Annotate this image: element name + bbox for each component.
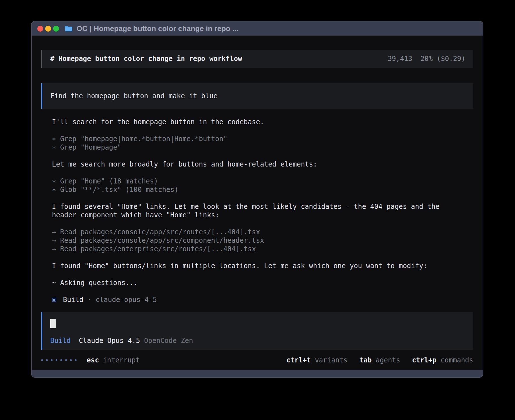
input-model: Claude Opus 4.5 (79, 337, 140, 345)
transcript-text: Grep "Homepage" (60, 143, 121, 151)
shortcut-key: esc (87, 356, 103, 364)
transcript-text: Read packages/enterprise/src/routes/[...… (60, 245, 256, 253)
spinner-dots-icon (41, 359, 77, 361)
transcript-text: Let me search more broadly for buttons a… (52, 160, 317, 168)
shortcut-key: ctrl+t (286, 356, 315, 364)
spinner-dot (41, 359, 43, 361)
spinner-dot (56, 359, 57, 361)
shortcut-label: interrupt (103, 356, 140, 364)
user-message-text: Find the homepage button and make it blu… (50, 92, 217, 100)
minimize-button[interactable] (45, 26, 51, 32)
arrow-icon: → (52, 237, 60, 244)
asterisk-icon: ∗ (52, 143, 60, 151)
asterisk-icon: ∗ (52, 177, 60, 185)
spinner-dot (60, 359, 62, 361)
spinner-dot (75, 359, 77, 361)
arrow-icon: → (52, 228, 60, 236)
status-bar: esc interrupt ctrl+t variantstab agentsc… (41, 356, 473, 364)
hints-left: esc interrupt (87, 356, 140, 364)
transcript-gap (52, 126, 473, 135)
terminal-window: OC | Homepage button color change in rep… (31, 21, 483, 378)
transcript-line: I found several "Home" links. Let me loo… (52, 202, 473, 211)
agent-name: Build (63, 296, 83, 304)
transcript-text: Read packages/console/app/src/routes/[..… (60, 228, 260, 236)
agent-status-line: Build · claude-opus-4-5 (52, 296, 473, 304)
shortcut-label: variants (315, 356, 348, 364)
agent-separator: · (83, 296, 95, 304)
token-count: 39,413 (388, 55, 412, 63)
transcript-line: I found "Home" buttons/links in multiple… (52, 262, 473, 270)
agent-model: claude-opus-4-5 (96, 296, 157, 304)
transcript-line: → Read packages/enterprise/src/routes/[.… (52, 245, 473, 253)
session-stats: 39,413 20% ($0.29) (388, 55, 465, 63)
transcript-text: ~ Asking questions... (52, 279, 138, 287)
traffic-lights (37, 26, 59, 32)
transcript-line: ∗ Grep "homepage|home.*button|Home.*butt… (52, 135, 473, 143)
transcript-gap (52, 194, 473, 202)
transcript-line: → Read packages/console/app/src/routes/[… (52, 228, 473, 236)
transcript-line: → Read packages/console/app/src/componen… (52, 236, 473, 245)
transcript-line: ~ Asking questions... (52, 279, 473, 287)
terminal-content: # Homepage button color change in repo w… (32, 36, 483, 370)
user-message: Find the homepage button and make it blu… (41, 83, 473, 109)
input-footer: Build Claude Opus 4.5 OpenCode Zen (50, 337, 465, 345)
session-cost: ($0.29) (437, 55, 465, 63)
session-header: # Homepage button color change in repo w… (41, 50, 473, 68)
transcript-text: header component which have "Home" links… (52, 211, 219, 219)
transcript-line: I'll search for the homepage button in t… (52, 118, 473, 126)
shortcut-hint: ctrl+t variants (286, 356, 348, 364)
transcript-text: Glob "**/*.tsx" (100 matches) (60, 186, 178, 194)
input-mode: Build (50, 337, 71, 345)
window-title: OC | Homepage button color change in rep… (77, 24, 239, 33)
assistant-transcript: I'll search for the homepage button in t… (52, 118, 473, 287)
transcript-text: Grep "homepage|home.*button|Home.*button… (60, 135, 227, 143)
prompt-input[interactable]: Build Claude Opus 4.5 OpenCode Zen (41, 312, 473, 350)
context-percent: 20% (420, 55, 433, 63)
transcript-line: ∗ Glob "**/*.tsx" (100 matches) (52, 185, 473, 194)
spinner-dot (65, 359, 67, 361)
transcript-text: I'll search for the homepage button in t… (52, 118, 264, 126)
transcript-gap (52, 253, 473, 262)
shortcut-hint: tab agents (359, 356, 400, 364)
transcript-line: header component which have "Home" links… (52, 211, 473, 219)
transcript-text: I found several "Home" links. Let me loo… (52, 203, 440, 211)
transcript-text: Grep "Home" (18 matches) (60, 177, 158, 185)
arrow-icon: → (52, 245, 60, 253)
hints-right: ctrl+t variantstab agentsctrl+p commands (274, 356, 473, 364)
build-agent-icon (52, 298, 56, 302)
transcript-gap (52, 169, 473, 177)
shortcut-hint: esc interrupt (87, 356, 140, 364)
transcript-gap (52, 219, 473, 228)
window-footer-strip (32, 370, 483, 377)
shortcut-key: ctrl+p (412, 356, 440, 364)
transcript-text: I found "Home" buttons/links in multiple… (52, 262, 427, 270)
text-cursor (50, 319, 56, 328)
transcript-text: Read packages/console/app/src/component/… (60, 237, 264, 244)
transcript-line: ∗ Grep "Homepage" (52, 143, 473, 152)
folder-icon (65, 25, 73, 32)
session-title: # Homepage button color change in repo w… (50, 55, 242, 63)
shortcut-key: tab (359, 356, 376, 364)
asterisk-icon: ∗ (52, 135, 60, 143)
transcript-gap (52, 152, 473, 160)
spinner-dot (46, 359, 48, 361)
shortcut-label: commands (440, 356, 473, 364)
transcript-line: ∗ Grep "Home" (18 matches) (52, 177, 473, 185)
transcript-line: Let me search more broadly for buttons a… (52, 160, 473, 169)
transcript-gap (52, 270, 473, 279)
title-bar: OC | Homepage button color change in rep… (32, 21, 483, 36)
shortcut-label: agents (376, 356, 400, 364)
close-button[interactable] (37, 26, 43, 32)
spinner-dot (70, 359, 72, 361)
zoom-button[interactable] (53, 26, 59, 32)
asterisk-icon: ∗ (52, 186, 60, 194)
input-provider: OpenCode Zen (144, 337, 193, 345)
spinner-dot (51, 359, 53, 361)
shortcut-hint: ctrl+p commands (412, 356, 473, 364)
